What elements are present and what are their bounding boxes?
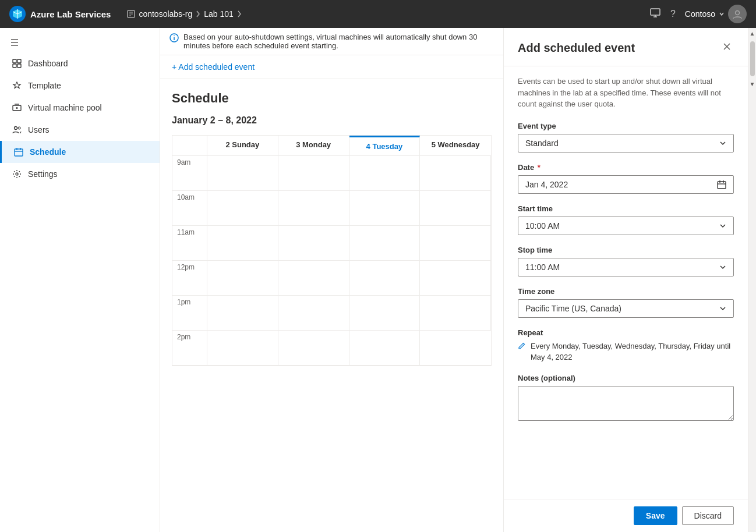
notes-label: Notes (optional) — [518, 374, 734, 382]
breadcrumb-lab[interactable]: Lab 101 — [204, 9, 234, 19]
cal-cell-mon-12 — [278, 261, 349, 296]
notes-group: Notes (optional) — [518, 374, 734, 423]
app-logo: Azure Lab Services — [9, 6, 111, 22]
cal-cell-sun-9 — [207, 156, 278, 191]
timezone-select[interactable]: Pacific Time (US, Canada) — [518, 299, 734, 318]
sidebar-item-vm-pool[interactable]: Virtual machine pool — [0, 97, 160, 119]
user-chevron-icon — [719, 11, 725, 17]
panel-close-button[interactable] — [720, 40, 734, 56]
svg-point-14 — [174, 36, 175, 37]
cal-cell-sun-11 — [207, 226, 278, 261]
event-type-group: Event type Standard — [518, 122, 734, 152]
repeat-edit-icon[interactable] — [518, 342, 526, 352]
cal-cell-mon-10 — [278, 191, 349, 226]
day-header-wednesday: 5 Wednesday — [420, 136, 491, 155]
right-panel: Add scheduled event Events can be used t… — [503, 28, 748, 532]
user-name: Contoso — [685, 9, 715, 19]
sidebar-item-settings[interactable]: Settings — [0, 163, 160, 185]
timezone-chevron-icon — [719, 305, 726, 312]
timezone-group: Time zone Pacific Time (US, Canada) — [518, 287, 734, 318]
svg-point-12 — [16, 173, 18, 175]
time-slot-2pm: 2pm — [172, 331, 207, 366]
cal-cell-tue-12 — [349, 261, 421, 296]
start-time-chevron-icon — [719, 222, 726, 229]
dashboard-icon — [12, 58, 22, 69]
svg-rect-6 — [17, 64, 21, 68]
avatar[interactable] — [728, 5, 747, 23]
stop-time-chevron-icon — [719, 264, 726, 271]
date-label: Date * — [518, 163, 734, 172]
cal-cell-wed-2 — [420, 331, 491, 366]
day-header-monday: 3 Monday — [278, 136, 349, 155]
time-slot-12pm: 12pm — [172, 261, 207, 296]
start-time-select[interactable]: 10:00 AM — [518, 217, 734, 235]
stop-time-group: Stop time 11:00 AM — [518, 246, 734, 276]
scroll-thumb[interactable] — [750, 41, 755, 76]
stop-time-select[interactable]: 11:00 AM — [518, 258, 734, 276]
content-area: Based on your auto-shutdown settings, vi… — [160, 28, 503, 532]
cal-cell-wed-1 — [420, 296, 491, 331]
panel-title: Add scheduled event — [518, 41, 635, 55]
start-time-label: Start time — [518, 204, 734, 213]
sidebar-label-vm-pool: Virtual machine pool — [28, 103, 102, 112]
event-type-select[interactable]: Standard — [518, 134, 734, 152]
notes-textarea[interactable] — [518, 386, 734, 421]
cal-cell-mon-11 — [278, 226, 349, 261]
breadcrumb-resource-icon — [127, 10, 135, 18]
repeat-value: Every Monday, Tuesday, Wednesday, Thursd… — [531, 341, 734, 363]
repeat-label: Repeat — [518, 328, 734, 337]
schedule-icon — [13, 147, 24, 157]
stop-time-label: Stop time — [518, 246, 734, 254]
save-button[interactable]: Save — [634, 506, 677, 525]
sidebar-item-template[interactable]: Template — [0, 75, 160, 97]
calendar-body: 9am 10am 11am — [172, 156, 491, 366]
svg-rect-4 — [17, 59, 21, 63]
date-input[interactable]: Jan 4, 2022 — [518, 175, 734, 194]
svg-rect-15 — [718, 182, 726, 189]
date-required-marker: * — [538, 163, 540, 172]
breadcrumb-rg[interactable]: contosolabs-rg — [139, 9, 192, 19]
info-icon — [169, 33, 179, 44]
cal-cell-wed-11 — [420, 226, 491, 261]
sidebar-item-dashboard[interactable]: Dashboard — [0, 52, 160, 75]
breadcrumb-chevron-icon — [196, 10, 200, 18]
day-header-tuesday: 4 Tuesday — [349, 136, 421, 155]
calendar-icon — [717, 180, 726, 189]
stop-time-value: 11:00 AM — [525, 263, 560, 272]
start-time-group: Start time 10:00 AM — [518, 204, 734, 235]
logo-icon — [9, 6, 26, 22]
scroll-down-arrow[interactable]: ▼ — [747, 79, 756, 90]
sidebar-item-schedule[interactable]: Schedule — [0, 141, 160, 163]
scroll-up-arrow[interactable]: ▲ — [747, 28, 756, 39]
repeat-section: Every Monday, Tuesday, Wednesday, Thursd… — [518, 341, 734, 363]
event-type-chevron-icon — [719, 140, 726, 147]
calendar-container: Schedule January 2 – 8, 2022 2 Sunday 3 … — [160, 79, 503, 532]
timezone-label: Time zone — [518, 287, 734, 296]
discard-button[interactable]: Discard — [682, 506, 734, 525]
svg-rect-3 — [13, 59, 16, 63]
cal-cell-tue-10 — [349, 191, 421, 226]
cal-cell-sun-10 — [207, 191, 278, 226]
sidebar: Dashboard Template Virtual machine pool … — [0, 28, 160, 532]
svg-point-10 — [18, 127, 20, 129]
user-menu[interactable]: Contoso — [685, 5, 747, 23]
monitor-icon[interactable] — [649, 7, 661, 21]
info-message: Based on your auto-shutdown settings, vi… — [183, 33, 494, 50]
sidebar-collapse-button[interactable] — [0, 33, 160, 52]
add-scheduled-event-button[interactable]: + Add scheduled event — [172, 60, 255, 74]
time-slot-11am: 11am — [172, 226, 207, 261]
start-time-value: 10:00 AM — [525, 221, 560, 230]
topnav-right: ? Contoso — [649, 5, 747, 23]
sidebar-item-users[interactable]: Users — [0, 119, 160, 141]
help-icon[interactable]: ? — [670, 9, 676, 19]
svg-rect-1 — [651, 9, 660, 15]
svg-point-2 — [736, 11, 740, 15]
svg-rect-5 — [13, 64, 16, 68]
sidebar-label-users: Users — [28, 125, 50, 134]
cal-cell-sun-2 — [207, 331, 278, 366]
time-header-cell — [172, 136, 207, 155]
vm-pool-icon — [12, 102, 22, 113]
schedule-toolbar: + Add scheduled event — [160, 55, 503, 79]
cal-cell-mon-1 — [278, 296, 349, 331]
panel-body: Events can be used to start up and/or sh… — [504, 66, 748, 499]
